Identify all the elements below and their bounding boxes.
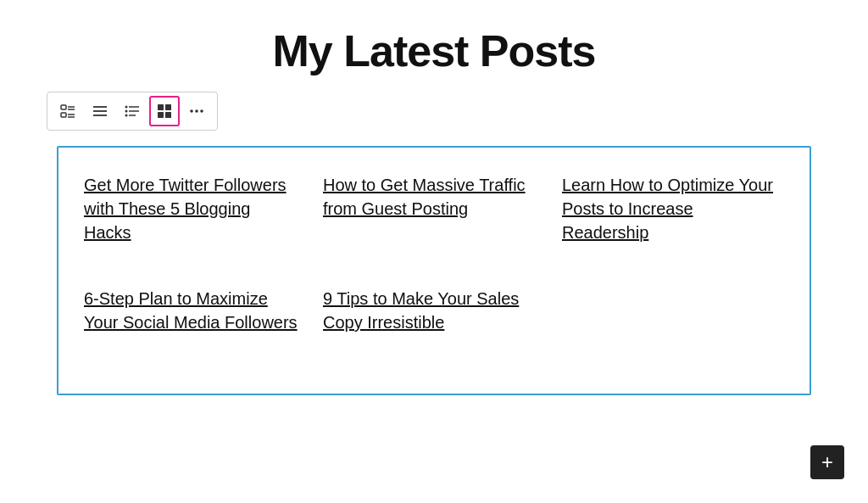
toolbar-more-button[interactable] (181, 96, 212, 126)
page-title: My Latest Posts (273, 25, 596, 76)
post-link-1[interactable]: Get More Twitter Followers with These 5 … (84, 173, 298, 244)
svg-point-21 (200, 109, 203, 113)
post-link-4[interactable]: 6-Step Plan to Maximize Your Social Medi… (84, 287, 298, 334)
svg-point-11 (125, 110, 128, 113)
post-link-2[interactable]: How to Get Massive Traffic from Guest Po… (323, 173, 537, 221)
list-item: 9 Tips to Make Your Sales Copy Irresisti… (314, 278, 554, 368)
posts-grid: Get More Twitter Followers with These 5 … (75, 165, 793, 368)
list-item: How to Get Massive Traffic from Guest Po… (314, 165, 554, 278)
post-link-3[interactable]: Learn How to Optimize Your Posts to Incr… (562, 173, 776, 244)
posts-grid-container: Get More Twitter Followers with These 5 … (57, 146, 811, 395)
svg-point-13 (125, 115, 128, 117)
svg-rect-18 (165, 112, 171, 118)
more-icon (188, 103, 205, 120)
svg-point-20 (195, 109, 198, 113)
svg-point-19 (190, 109, 193, 113)
page-wrapper: My Latest Posts (0, 0, 868, 503)
toolbar-list-detail-button[interactable] (53, 96, 83, 126)
svg-rect-15 (158, 104, 164, 110)
toolbar (47, 92, 218, 131)
list-item-empty (554, 278, 793, 368)
toolbar-list-text-button[interactable] (117, 96, 147, 126)
list-detail-icon (59, 103, 76, 120)
list-item: 6-Step Plan to Maximize Your Social Medi… (75, 278, 314, 368)
toolbar-grid-button[interactable] (149, 96, 180, 126)
list-item: Learn How to Optimize Your Posts to Incr… (554, 165, 793, 278)
svg-rect-17 (158, 112, 164, 118)
add-button[interactable]: + (810, 445, 844, 479)
grid-icon (156, 103, 173, 120)
svg-rect-16 (165, 104, 171, 110)
list-item: Get More Twitter Followers with These 5 … (75, 165, 314, 278)
toolbar-list-simple-button[interactable] (85, 96, 115, 126)
list-simple-icon (92, 103, 108, 120)
svg-rect-3 (61, 113, 66, 117)
svg-rect-0 (61, 105, 66, 109)
list-text-icon (124, 103, 141, 120)
post-link-5[interactable]: 9 Tips to Make Your Sales Copy Irresisti… (323, 287, 537, 334)
svg-point-9 (125, 106, 128, 109)
